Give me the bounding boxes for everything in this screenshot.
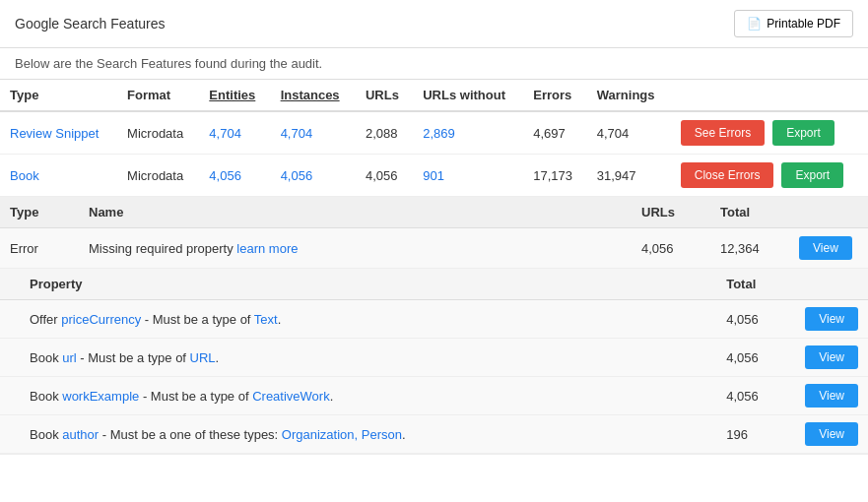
- col-entities: Entities: [199, 80, 270, 111]
- prop-link-3[interactable]: workExample: [62, 389, 139, 404]
- sub-col-urls: URLs: [632, 197, 710, 228]
- property-name-cell-4: Book author - Must be a one of these typ…: [0, 415, 697, 454]
- entities-link[interactable]: 4,704: [209, 126, 241, 141]
- instances-link[interactable]: 4,056: [281, 168, 313, 183]
- sub-action-cell: View: [789, 228, 868, 269]
- prop-prefix-1: Offer: [30, 312, 61, 327]
- property-total-2: 4,056: [697, 339, 775, 377]
- sub-col-name: Name: [79, 197, 632, 228]
- type-cell: Book: [0, 155, 117, 197]
- prop-suffix-3: - Must be a type of: [139, 389, 252, 404]
- sub-table-row: Error Missing required property learn mo…: [0, 228, 868, 269]
- export-button-1[interactable]: Export: [772, 120, 835, 146]
- property-row: Book workExample - Must be a type of Cre…: [0, 377, 868, 415]
- subtitle-text: Below are the Search Features found duri…: [15, 56, 322, 71]
- col-errors: Errors: [523, 80, 587, 111]
- property-row: Offer priceCurrency - Must be a type of …: [0, 300, 868, 339]
- instances-cell: 4,056: [271, 155, 356, 197]
- entities-cell: 4,704: [199, 111, 270, 155]
- col-actions: [671, 80, 868, 111]
- expanded-row: Type Name URLs Total Error Missing requi…: [0, 197, 868, 455]
- col-format: Format: [117, 80, 199, 111]
- prop-suffix-4: - Must be a one of these types:: [99, 427, 282, 442]
- printable-pdf-button[interactable]: 📄 Printable PDF: [734, 10, 853, 37]
- learn-more-link[interactable]: learn more: [236, 241, 298, 256]
- prop-prefix-2: Book: [30, 350, 62, 365]
- view-button-prop-2[interactable]: View: [805, 345, 858, 369]
- property-row: Book url - Must be a type of URL. 4,056 …: [0, 339, 868, 377]
- property-row: Book author - Must be a one of these typ…: [0, 415, 868, 454]
- see-errors-button[interactable]: See Errors: [681, 120, 765, 146]
- instances-link[interactable]: 4,704: [281, 126, 313, 141]
- property-name-cell-1: Offer priceCurrency - Must be a type of …: [0, 300, 697, 339]
- warnings-cell: 31,947: [587, 155, 671, 197]
- sub-urls-cell: 4,056: [632, 228, 710, 269]
- prop-suffix-1: - Must be a type of: [141, 312, 254, 327]
- col-urls-without: URLs without: [413, 80, 523, 111]
- export-button-2[interactable]: Export: [781, 162, 843, 188]
- document-icon: 📄: [747, 17, 762, 31]
- errors-cell: 17,173: [523, 155, 587, 197]
- property-action-3: View: [775, 377, 868, 415]
- close-errors-button[interactable]: Close Errors: [681, 162, 774, 188]
- type-cell: Review Snippet: [0, 111, 117, 155]
- prop-col-property: Property: [0, 269, 697, 300]
- prop-end-4: .: [402, 427, 406, 442]
- sub-col-action: [789, 197, 868, 228]
- sub-col-total: Total: [710, 197, 789, 228]
- expanded-cell: Type Name URLs Total Error Missing requi…: [0, 197, 868, 455]
- property-sub-table: Property Total Offer priceCurrency - Mus…: [0, 269, 868, 454]
- prop-end-2: .: [216, 350, 220, 365]
- property-name-cell-2: Book url - Must be a type of URL.: [0, 339, 697, 377]
- table-row: Book Microdata 4,056 4,056 4,056 901 17,…: [0, 155, 868, 197]
- urls-cell: 2,088: [356, 111, 413, 155]
- prop-col-total: Total: [697, 269, 775, 300]
- entities-link[interactable]: 4,056: [209, 168, 241, 183]
- prop-type-link-2[interactable]: URL: [190, 350, 216, 365]
- urls-cell: 4,056: [356, 155, 413, 197]
- view-button-prop-4[interactable]: View: [805, 422, 858, 446]
- urls-without-cell: 2,869: [413, 111, 523, 155]
- warnings-cell: 4,704: [587, 111, 671, 155]
- sub-col-type: Type: [0, 197, 79, 228]
- errors-sub-table: Type Name URLs Total Error Missing requi…: [0, 197, 868, 269]
- main-table: Type Format Entities Instances URLs URLs…: [0, 80, 868, 455]
- prop-end-1: .: [278, 312, 282, 327]
- view-button-prop-3[interactable]: View: [805, 384, 858, 408]
- prop-type-link-1[interactable]: Text: [254, 312, 278, 327]
- property-name-cell-3: Book workExample - Must be a type of Cre…: [0, 377, 697, 415]
- actions-cell: Close Errors Export: [671, 155, 868, 197]
- sub-type-cell: Error: [0, 228, 79, 269]
- subtitle-bar: Below are the Search Features found duri…: [0, 48, 868, 80]
- prop-type-link-3[interactable]: CreativeWork: [252, 389, 330, 404]
- prop-link-1[interactable]: priceCurrency: [61, 312, 141, 327]
- col-urls: URLs: [356, 80, 413, 111]
- errors-cell: 4,697: [523, 111, 587, 155]
- property-action-1: View: [775, 300, 868, 339]
- type-link[interactable]: Book: [10, 168, 39, 183]
- prop-suffix-2: - Must be a type of: [77, 350, 190, 365]
- format-cell: Microdata: [117, 111, 199, 155]
- prop-end-3: .: [330, 389, 334, 404]
- col-instances: Instances: [271, 80, 356, 111]
- sub-name-prefix: Missing required property: [89, 241, 236, 256]
- prop-link-2[interactable]: url: [62, 350, 76, 365]
- prop-col-action: [775, 269, 868, 300]
- prop-prefix-4: Book: [30, 427, 62, 442]
- prop-link-4[interactable]: author: [62, 427, 99, 442]
- urls-without-link[interactable]: 901: [423, 168, 444, 183]
- urls-without-cell: 901: [413, 155, 523, 197]
- actions-cell: See Errors Export: [671, 111, 868, 155]
- view-button-error[interactable]: View: [799, 236, 852, 260]
- view-button-prop-1[interactable]: View: [805, 307, 858, 331]
- urls-without-link[interactable]: 2,869: [423, 126, 455, 141]
- instances-cell: 4,704: [271, 111, 356, 155]
- property-total-4: 196: [697, 415, 775, 454]
- property-action-4: View: [775, 415, 868, 454]
- sub-name-cell: Missing required property learn more: [79, 228, 632, 269]
- type-link[interactable]: Review Snippet: [10, 126, 99, 141]
- prop-type-link-4[interactable]: Organization, Person: [282, 427, 402, 442]
- header: Google Search Features 📄 Printable PDF: [0, 0, 868, 48]
- entities-cell: 4,056: [199, 155, 270, 197]
- table-row: Review Snippet Microdata 4,704 4,704 2,0…: [0, 111, 868, 155]
